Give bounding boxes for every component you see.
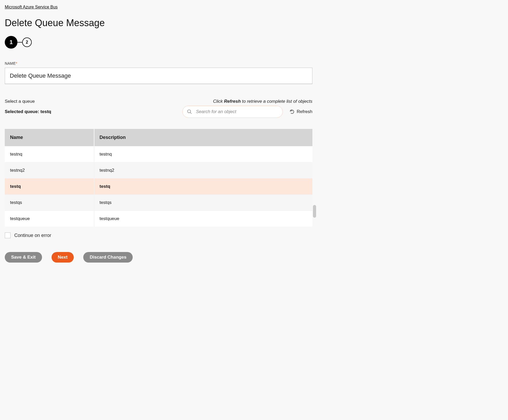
search-icon [187, 109, 192, 114]
discard-changes-button[interactable]: Discard Changes [83, 252, 133, 263]
table-row[interactable]: testqstestqs [5, 195, 312, 211]
step-2[interactable]: 2 [22, 38, 32, 47]
cell-description: testnq [94, 146, 312, 162]
queue-table-wrap: Name Description testnqtestnqtestnq2test… [5, 129, 312, 227]
selected-queue-label: Selected queue: testq [5, 109, 51, 114]
table-row[interactable]: testqtestq [5, 179, 312, 195]
queue-table: Name Description testnqtestnqtestnq2test… [5, 129, 312, 227]
step-connector [17, 42, 22, 43]
continue-on-error-label: Continue on error [14, 233, 51, 238]
cell-description: testqueue [94, 211, 312, 227]
svg-line-1 [190, 113, 192, 114]
svg-point-0 [188, 110, 191, 113]
cell-name: testnq [5, 146, 94, 162]
step-1[interactable]: 1 [5, 36, 17, 49]
table-row[interactable]: testnqtestnq [5, 146, 312, 162]
continue-on-error-checkbox[interactable] [5, 232, 11, 238]
refresh-button[interactable]: Refresh [290, 109, 312, 114]
cell-description: testqs [94, 195, 312, 211]
refresh-hint: Click Refresh to retrieve a complete lis… [213, 99, 312, 104]
table-row[interactable]: testqueuetestqueue [5, 211, 312, 227]
search-input[interactable] [195, 109, 278, 115]
cell-name: testnq2 [5, 162, 94, 179]
breadcrumb-link[interactable]: Microsoft Azure Service Bus [5, 5, 58, 10]
next-button[interactable]: Next [52, 252, 74, 263]
select-queue-label: Select a queue [5, 99, 35, 104]
cell-description: testnq2 [94, 162, 312, 179]
save-exit-button[interactable]: Save & Exit [5, 252, 42, 263]
name-input[interactable] [5, 68, 312, 84]
cell-description: testq [94, 179, 312, 195]
cell-name: testqs [5, 195, 94, 211]
column-header-description[interactable]: Description [94, 129, 312, 146]
refresh-label: Refresh [297, 109, 312, 114]
scrollbar-thumb[interactable] [313, 205, 316, 218]
refresh-icon [290, 109, 294, 114]
table-row[interactable]: testnq2testnq2 [5, 162, 312, 179]
search-box[interactable] [182, 106, 283, 118]
cell-name: testq [5, 179, 94, 195]
column-header-name[interactable]: Name [5, 129, 94, 146]
name-field-label: NAME* [5, 61, 312, 66]
progress-stepper: 1 2 [5, 36, 312, 49]
page-title: Delete Queue Message [5, 17, 312, 29]
cell-name: testqueue [5, 211, 94, 227]
